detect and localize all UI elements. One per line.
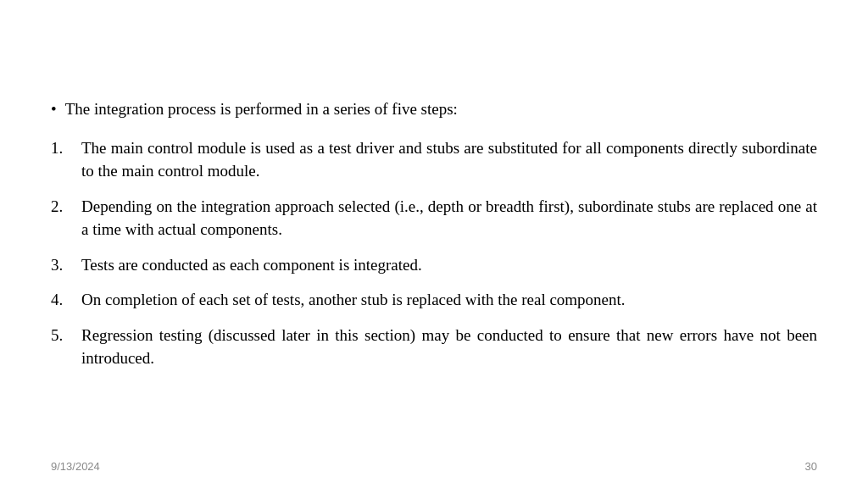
item-number: 4. xyxy=(51,288,81,312)
item-text: Tests are conducted as each component is… xyxy=(81,253,817,277)
footer-page-number: 30 xyxy=(805,460,817,473)
footer-date: 9/13/2024 xyxy=(51,460,100,473)
list-item: 1.The main control module is used as a t… xyxy=(51,136,817,183)
item-text: Depending on the integration approach se… xyxy=(81,195,817,241)
footer: 9/13/2024 30 xyxy=(51,460,817,473)
item-text: On completion of each set of tests, anot… xyxy=(81,288,817,312)
bullet-symbol: • xyxy=(51,97,57,121)
intro-bullet: • The integration process is performed i… xyxy=(51,97,817,121)
intro-text: The integration process is performed in … xyxy=(65,97,817,121)
list-item: 4.On completion of each set of tests, an… xyxy=(51,288,817,312)
list-item: 3.Tests are conducted as each component … xyxy=(51,253,817,277)
numbered-list: 1.The main control module is used as a t… xyxy=(51,136,817,382)
item-number: 5. xyxy=(51,324,81,347)
list-item: 2.Depending on the integration approach … xyxy=(51,195,817,241)
item-text: Regression testing (discussed later in t… xyxy=(81,324,817,370)
item-text: The main control module is used as a tes… xyxy=(81,136,817,183)
item-number: 2. xyxy=(51,195,81,219)
list-item: 5.Regression testing (discussed later in… xyxy=(51,324,817,370)
content-area: • The integration process is performed i… xyxy=(51,34,817,446)
slide-container: • The integration process is performed i… xyxy=(0,0,868,488)
item-number: 3. xyxy=(51,253,81,277)
item-number: 1. xyxy=(51,136,81,160)
